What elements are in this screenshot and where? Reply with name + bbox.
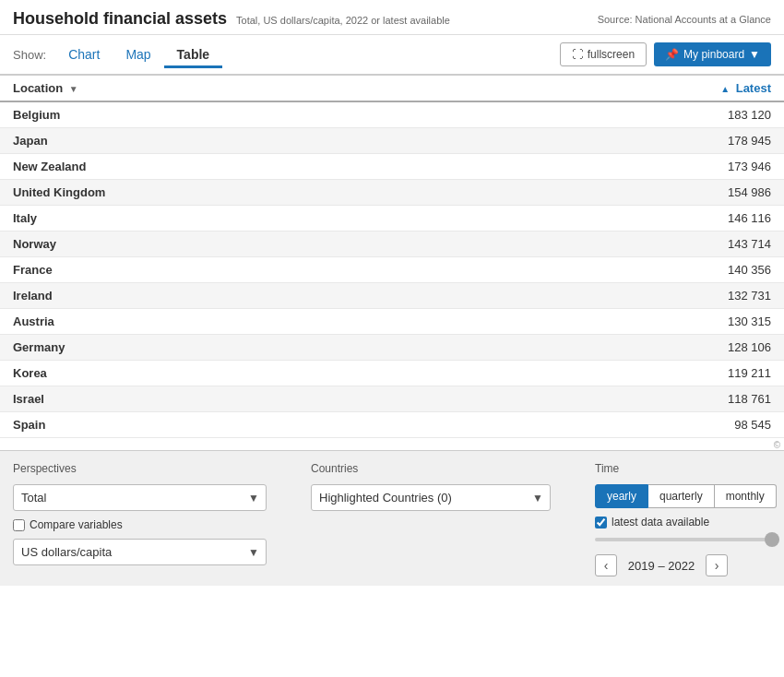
perspectives-label: Perspectives <box>13 462 267 475</box>
year-range-display: 2019 – 2022 <box>624 559 698 573</box>
tab-map[interactable]: Map <box>113 43 163 68</box>
country-name: Spain <box>0 412 477 438</box>
time-label: Time <box>595 462 779 475</box>
tab-table[interactable]: Table <box>164 43 223 68</box>
country-name: Belgium <box>0 101 477 128</box>
pinboard-label: My pinboard <box>683 48 744 61</box>
country-value: 140 356 <box>477 257 784 283</box>
copyright: © <box>0 438 784 450</box>
bottom-panel: Perspectives Total ▼ Compare variables U… <box>0 450 784 586</box>
country-name: Norway <box>0 232 477 257</box>
data-table: Location ▼ ▲ Latest Belgium 183 120 Japa… <box>0 76 784 438</box>
country-value: 118 761 <box>477 386 784 412</box>
countries-dropdown-wrapper: Highlighted Countries (0) ▼ <box>311 484 551 511</box>
year-nav: ‹ 2019 – 2022 › <box>595 554 779 576</box>
table-row: New Zealand 173 946 <box>0 154 784 180</box>
compare-label: Compare variables <box>30 518 123 531</box>
country-name: Austria <box>0 309 477 335</box>
country-value: 130 315 <box>477 309 784 335</box>
country-value: 154 986 <box>477 180 784 206</box>
table-row: Israel 118 761 <box>0 386 784 412</box>
toolbar: Show: Chart Map Table ⛶ fullscreen 📌 My … <box>0 35 784 76</box>
table-row: Spain 98 545 <box>0 412 784 438</box>
page-title: Household financial assets <box>13 9 227 29</box>
table-row: Austria 130 315 <box>0 309 784 335</box>
perspectives-dropdown[interactable]: Total <box>13 484 267 511</box>
time-buttons: yearly quarterly monthly <box>595 484 779 508</box>
year-prev-button[interactable]: ‹ <box>595 554 617 576</box>
time-btn-monthly[interactable]: monthly <box>715 484 777 508</box>
fullscreen-label: fullscreen <box>588 48 635 61</box>
countries-section: Countries Highlighted Countries (0) ▼ <box>311 462 551 576</box>
country-value: 98 545 <box>477 412 784 438</box>
table-body: Belgium 183 120 Japan 178 945 New Zealan… <box>0 101 784 438</box>
page-subtitle: Total, US dollars/capita, 2022 or latest… <box>236 15 450 26</box>
time-section: Time yearly quarterly monthly latest dat… <box>595 462 779 576</box>
table-row: Germany 128 106 <box>0 335 784 361</box>
country-value: 146 116 <box>477 206 784 232</box>
country-value: 178 945 <box>477 128 784 154</box>
year-next-button[interactable]: › <box>706 554 728 576</box>
table-row: Japan 178 945 <box>0 128 784 154</box>
time-btn-quarterly[interactable]: quarterly <box>648 484 715 508</box>
table-row: Norway 143 714 <box>0 232 784 257</box>
country-name: Italy <box>0 206 477 232</box>
perspectives-section: Perspectives Total ▼ Compare variables U… <box>13 462 267 576</box>
title-group: Household financial assets Total, US dol… <box>13 9 450 29</box>
table-header-row: Location ▼ ▲ Latest <box>0 76 784 101</box>
country-name: Japan <box>0 128 477 154</box>
table-row: Belgium 183 120 <box>0 101 784 128</box>
country-value: 183 120 <box>477 101 784 128</box>
toolbar-right: ⛶ fullscreen 📌 My pinboard ▼ <box>560 42 771 66</box>
country-name: Israel <box>0 386 477 412</box>
show-label: Show: <box>13 48 46 62</box>
chevron-down-icon: ▼ <box>749 48 760 61</box>
compare-variables-check[interactable]: Compare variables <box>13 518 267 531</box>
unit-dropdown-wrapper: US dollars/capita ▼ <box>13 539 267 565</box>
time-btn-yearly[interactable]: yearly <box>595 484 648 508</box>
table-container: Location ▼ ▲ Latest Belgium 183 120 Japa… <box>0 76 784 438</box>
compare-checkbox[interactable] <box>13 519 25 531</box>
countries-label: Countries <box>311 462 551 475</box>
page-source: Source: National Accounts at a Glance <box>598 14 771 25</box>
country-name: United Kingdom <box>0 180 477 206</box>
country-name: France <box>0 257 477 283</box>
country-value: 132 731 <box>477 283 784 309</box>
country-value: 143 714 <box>477 232 784 257</box>
col-latest-arrow: ▲ <box>720 84 730 94</box>
col-latest-header[interactable]: ▲ Latest <box>477 76 784 101</box>
country-value: 128 106 <box>477 335 784 361</box>
pin-icon: 📌 <box>665 48 679 61</box>
table-row: United Kingdom 154 986 <box>0 180 784 206</box>
sort-arrow: ▼ <box>69 84 78 94</box>
latest-data-label: latest data available <box>612 516 709 529</box>
year-range-slider[interactable] <box>595 538 779 541</box>
page-header: Household financial assets Total, US dol… <box>0 0 784 35</box>
latest-data-check[interactable]: latest data available <box>595 516 779 529</box>
pinboard-button[interactable]: 📌 My pinboard ▼ <box>654 42 771 66</box>
fullscreen-button[interactable]: ⛶ fullscreen <box>560 42 647 66</box>
country-name: Germany <box>0 335 477 361</box>
country-value: 119 211 <box>477 361 784 386</box>
latest-data-checkbox[interactable] <box>595 517 607 529</box>
country-name: New Zealand <box>0 154 477 180</box>
country-value: 173 946 <box>477 154 784 180</box>
unit-dropdown[interactable]: US dollars/capita <box>13 539 267 565</box>
fullscreen-icon: ⛶ <box>572 48 583 61</box>
tab-chart[interactable]: Chart <box>55 43 113 68</box>
range-slider-wrap <box>595 538 779 541</box>
table-row: France 140 356 <box>0 257 784 283</box>
countries-dropdown[interactable]: Highlighted Countries (0) <box>311 484 551 511</box>
table-row: Italy 146 116 <box>0 206 784 232</box>
perspectives-dropdown-wrapper: Total ▼ <box>13 484 267 511</box>
table-row: Ireland 132 731 <box>0 283 784 309</box>
col-location-header[interactable]: Location ▼ <box>0 76 477 101</box>
country-name: Korea <box>0 361 477 386</box>
country-name: Ireland <box>0 283 477 309</box>
table-row: Korea 119 211 <box>0 361 784 386</box>
